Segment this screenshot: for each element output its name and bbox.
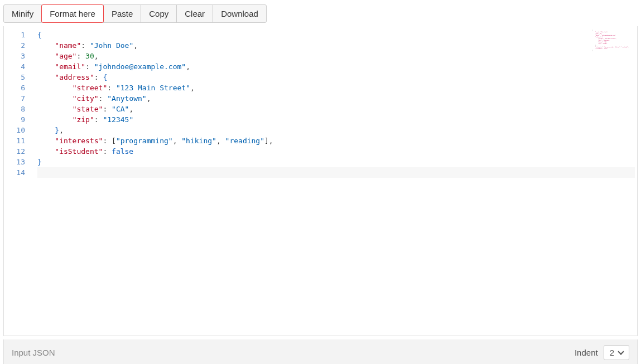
code-line[interactable]: "interests": ["programming", "hiking", "… [37, 135, 635, 146]
code-line[interactable] [37, 167, 635, 178]
toolbar: Minify Format here Paste Copy Clear Down… [0, 0, 641, 23]
code-line[interactable]: "isStudent": false [37, 146, 635, 157]
line-number: 8 [8, 104, 25, 114]
code-line[interactable]: "street": "123 Main Street", [37, 82, 635, 93]
indent-value: 2 [610, 348, 614, 357]
line-number: 9 [8, 114, 25, 125]
minify-button[interactable]: Minify [3, 4, 42, 23]
code-line[interactable]: "state": "CA", [37, 104, 635, 114]
footer: Input JSON Indent 2 [3, 339, 638, 364]
line-number: 13 [8, 157, 25, 167]
line-number: 10 [8, 125, 25, 135]
clear-button[interactable]: Clear [176, 4, 213, 23]
line-number: 14 [8, 167, 25, 178]
line-number: 7 [8, 93, 25, 104]
footer-right: Indent 2 [575, 345, 629, 360]
line-number: 5 [8, 72, 25, 82]
line-number: 4 [8, 61, 25, 72]
download-button[interactable]: Download [213, 4, 267, 23]
line-number: 12 [8, 146, 25, 157]
indent-label: Indent [575, 348, 598, 357]
editor[interactable]: 1234567891011121314 { "name": "John Doe"… [3, 26, 638, 336]
footer-label: Input JSON [12, 348, 55, 357]
code-line[interactable]: "name": "John Doe", [37, 40, 635, 51]
code-line[interactable]: } [37, 157, 635, 167]
code-area[interactable]: { "name": "John Doe", "age": 30, "email"… [35, 26, 637, 336]
line-number: 3 [8, 51, 25, 61]
code-line[interactable]: "zip": "12345" [37, 114, 635, 125]
paste-button[interactable]: Paste [103, 4, 141, 23]
chevron-down-icon [619, 350, 624, 356]
line-number: 1 [8, 30, 25, 40]
copy-button[interactable]: Copy [141, 4, 177, 23]
line-gutter: 1234567891011121314 [4, 26, 35, 336]
code-line[interactable]: }, [37, 125, 635, 135]
minimap[interactable]: { "name": "John Doe", "age": 30, "email"… [592, 30, 634, 57]
code-line[interactable]: "email": "johndoe@example.com", [37, 61, 635, 72]
code-line[interactable]: "age": 30, [37, 51, 635, 61]
code-line[interactable]: "address": { [37, 72, 635, 82]
line-number: 11 [8, 135, 25, 146]
line-number: 6 [8, 82, 25, 93]
line-number: 2 [8, 40, 25, 51]
code-line[interactable]: { [37, 30, 635, 40]
indent-select[interactable]: 2 [604, 345, 629, 360]
code-line[interactable]: "city": "Anytown", [37, 93, 635, 104]
format-button[interactable]: Format here [41, 4, 104, 23]
